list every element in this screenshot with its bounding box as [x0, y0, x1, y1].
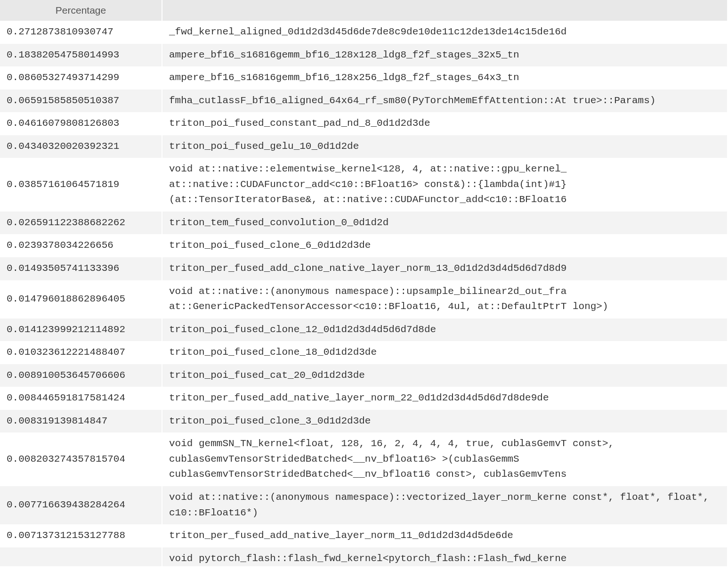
percentage-cell: 0.2712873810930747 [0, 21, 162, 44]
percentage-cell: 0.01493505741133396 [0, 257, 162, 280]
name-cell: triton_per_fused_add_native_layer_norm_2… [162, 387, 728, 410]
table-row[interactable]: 0.01493505741133396 triton_per_fused_add… [0, 257, 728, 280]
percentage-cell: 0.008446591817581424 [0, 387, 162, 410]
name-cell: triton_per_fused_add_clone_native_layer_… [162, 257, 728, 280]
percentage-cell: 0.026591122388682262 [0, 212, 162, 235]
percentage-cell: 0.08605327493714299 [0, 66, 162, 90]
column-header-name[interactable] [162, 0, 728, 21]
table-row[interactable]: 0.007137312153127788 triton_per_fused_ad… [0, 524, 728, 547]
table-row[interactable]: 0.014796018862896405 void at::native::(a… [0, 280, 728, 318]
table-row[interactable]: 0.18382054758014993 ampere_bf16_s16816ge… [0, 44, 728, 67]
percentage-cell: 0.0239378034226656 [0, 234, 162, 257]
table-row[interactable]: 0.0239378034226656 triton_poi_fused_clon… [0, 234, 728, 257]
name-cell: void at::native::(anonymous namespace)::… [162, 486, 728, 524]
percentage-cell [0, 547, 162, 567]
name-cell: triton_poi_fused_clone_12_0d1d2d3d4d5d6d… [162, 318, 728, 342]
name-cell: _fwd_kernel_aligned_0d1d2d3d45d6de7de8c9… [162, 21, 728, 44]
name-cell: triton_poi_fused_gelu_10_0d1d2de [162, 135, 728, 158]
percentage-cell: 0.007137312153127788 [0, 524, 162, 547]
table-row[interactable]: 0.008319139814847 triton_poi_fused_clone… [0, 410, 728, 433]
percentage-cell: 0.04616079808126803 [0, 112, 162, 135]
name-cell: triton_poi_fused_cat_20_0d1d2d3de [162, 364, 728, 387]
table-row[interactable]: 0.06591585850510387 fmha_cutlassF_bf16_a… [0, 90, 728, 113]
table-row[interactable]: 0.04616079808126803 triton_poi_fused_con… [0, 112, 728, 135]
name-cell: triton_tem_fused_convolution_0_0d1d2d [162, 212, 728, 235]
table-header-row: Percentage [0, 0, 728, 21]
name-cell: triton_poi_fused_clone_6_0d1d2d3de [162, 234, 728, 257]
table-row[interactable]: void pytorch_flash::flash_fwd_kernel<pyt… [0, 547, 728, 567]
table-row[interactable]: 0.04340320020392321 triton_poi_fused_gel… [0, 135, 728, 158]
percentage-cell: 0.008910053645706606 [0, 364, 162, 387]
name-cell: triton_poi_fused_clone_3_0d1d2d3de [162, 410, 728, 433]
name-cell: ampere_bf16_s16816gemm_bf16_128x256_ldg8… [162, 66, 728, 90]
name-cell: triton_poi_fused_clone_18_0d1d2d3de [162, 341, 728, 364]
percentage-cell: 0.014123999212114892 [0, 318, 162, 342]
name-cell: ampere_bf16_s16816gemm_bf16_128x128_ldg8… [162, 44, 728, 67]
table-row[interactable]: 0.08605327493714299 ampere_bf16_s16816ge… [0, 66, 728, 90]
percentage-cell: 0.04340320020392321 [0, 135, 162, 158]
table-row[interactable]: 0.014123999212114892 triton_poi_fused_cl… [0, 318, 728, 342]
table-row[interactable]: 0.008446591817581424 triton_per_fused_ad… [0, 387, 728, 410]
percentage-cell: 0.03857161064571819 [0, 158, 162, 212]
percentage-cell: 0.014796018862896405 [0, 280, 162, 318]
name-cell: void pytorch_flash::flash_fwd_kernel<pyt… [162, 547, 728, 567]
percentage-cell: 0.008319139814847 [0, 410, 162, 433]
percentage-cell: 0.06591585850510387 [0, 90, 162, 113]
column-header-percentage[interactable]: Percentage [0, 0, 162, 21]
name-cell: fmha_cutlassF_bf16_aligned_64x64_rf_sm80… [162, 90, 728, 113]
table-row[interactable]: 0.008910053645706606 triton_poi_fused_ca… [0, 364, 728, 387]
percentage-cell: 0.010323612221488407 [0, 341, 162, 364]
percentage-cell: 0.18382054758014993 [0, 44, 162, 67]
name-cell: triton_poi_fused_constant_pad_nd_8_0d1d2… [162, 112, 728, 135]
percentage-cell: 0.008203274357815704 [0, 432, 162, 486]
name-cell: void at::native::elementwise_kernel<128,… [162, 158, 728, 212]
table-row[interactable]: 0.007716639438284264 void at::native::(a… [0, 486, 728, 524]
table-row[interactable]: 0.026591122388682262 triton_tem_fused_co… [0, 212, 728, 235]
name-cell: void gemmSN_TN_kernel<float, 128, 16, 2,… [162, 432, 728, 486]
profiler-table: Percentage 0.2712873810930747 _fwd_kerne… [0, 0, 728, 566]
name-cell: void at::native::(anonymous namespace)::… [162, 280, 728, 318]
name-cell: triton_per_fused_add_native_layer_norm_1… [162, 524, 728, 547]
table-row[interactable]: 0.2712873810930747 _fwd_kernel_aligned_0… [0, 21, 728, 44]
percentage-cell: 0.007716639438284264 [0, 486, 162, 524]
table-row[interactable]: 0.010323612221488407 triton_poi_fused_cl… [0, 341, 728, 364]
table-row[interactable]: 0.03857161064571819 void at::native::ele… [0, 158, 728, 212]
table-row[interactable]: 0.008203274357815704 void gemmSN_TN_kern… [0, 432, 728, 486]
